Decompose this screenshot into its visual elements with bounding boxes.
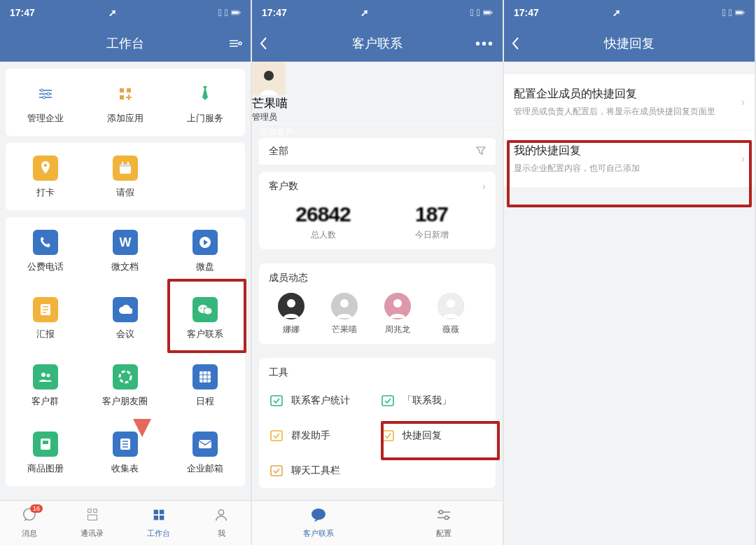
header: 客户联系 ••• bbox=[252, 25, 503, 62]
settings-row[interactable]: 我的快捷回复显示企业配置内容，也可自己添加› bbox=[504, 131, 755, 187]
tool-「联系我」[interactable]: 「联系我」 bbox=[380, 383, 486, 418]
tile-label: 微文档 bbox=[111, 261, 139, 273]
avatar[interactable] bbox=[252, 62, 286, 95]
row-desc: 显示企业配置内容，也可自己添加 bbox=[514, 163, 741, 174]
calendar-icon bbox=[113, 156, 138, 181]
tile-label: 打卡 bbox=[36, 186, 55, 199]
tool-联系客户统计[interactable]: 联系客户统计 bbox=[269, 383, 374, 418]
profile-section: 芒果喵 管理员 添加客户 bbox=[252, 62, 503, 142]
tool-聊天工具栏[interactable]: 聊天工具栏 bbox=[269, 453, 374, 488]
back-button[interactable] bbox=[511, 36, 519, 50]
svg-point-21 bbox=[41, 373, 46, 377]
svg-point-44 bbox=[287, 299, 295, 308]
tile-客户联系[interactable]: 客户联系 bbox=[165, 284, 245, 352]
nav-messages[interactable]: 16 消息 bbox=[22, 507, 37, 539]
tile-公费电话[interactable]: 公费电话 bbox=[6, 217, 85, 284]
chevron-right-icon: › bbox=[741, 153, 745, 165]
battery-icon bbox=[735, 8, 745, 17]
tool-icon bbox=[269, 428, 284, 443]
filter-bar[interactable]: 全部 bbox=[259, 138, 496, 165]
nav-me[interactable]: 我 bbox=[214, 507, 229, 539]
tile-上门服务[interactable]: 上门服务 bbox=[165, 69, 245, 136]
tool-快捷回复[interactable]: 快捷回复 bbox=[380, 418, 486, 453]
member-item[interactable]: 周兆龙 bbox=[375, 293, 420, 336]
nav-customer-contact[interactable]: 客户联系 bbox=[303, 507, 334, 539]
svg-rect-30 bbox=[88, 509, 91, 513]
svg-point-42 bbox=[264, 71, 274, 81]
cloud-icon bbox=[113, 297, 138, 322]
tile-收集表[interactable]: 收集表 bbox=[85, 419, 165, 486]
screen-quick-reply: 17:47 ➚ 􀙇 􀙈 快捷回复 配置企业成员的快捷回复管理员或负责人配置后，将… bbox=[504, 0, 755, 545]
member-item[interactable]: 芒果喵 bbox=[322, 293, 367, 336]
tile-label: 客户朋友圈 bbox=[102, 395, 148, 408]
header: 快捷回复 bbox=[504, 25, 755, 62]
member-name: 薇薇 bbox=[428, 324, 473, 336]
settings-icon[interactable] bbox=[228, 36, 242, 50]
battery-icon bbox=[483, 8, 493, 17]
svg-rect-33 bbox=[153, 510, 158, 514]
tile-客户朋友圈[interactable]: 客户朋友圈 bbox=[85, 352, 165, 419]
badge: 16 bbox=[30, 504, 43, 513]
svg-rect-24 bbox=[200, 371, 211, 382]
group-icon bbox=[33, 364, 58, 389]
tile-会议[interactable]: 会议 bbox=[85, 284, 165, 352]
plus-grid-icon bbox=[113, 81, 138, 106]
tile-label: 公费电话 bbox=[27, 261, 64, 273]
svg-point-50 bbox=[447, 299, 455, 308]
person-icon bbox=[214, 507, 229, 527]
svg-rect-8 bbox=[127, 88, 131, 92]
card-title: 成员动态 bbox=[269, 272, 308, 284]
svg-rect-55 bbox=[271, 466, 282, 476]
svg-point-37 bbox=[218, 510, 223, 515]
book-icon bbox=[33, 432, 58, 457]
svg-point-58 bbox=[444, 516, 448, 520]
back-button[interactable] bbox=[259, 36, 267, 50]
nav-label: 工作台 bbox=[147, 528, 170, 539]
signal-icon: 􀙇 bbox=[722, 7, 726, 18]
header: 工作台 bbox=[0, 25, 251, 62]
tile-日程[interactable]: 日程 bbox=[165, 352, 245, 419]
svg-rect-12 bbox=[120, 164, 131, 167]
nav-contacts[interactable]: 通讯录 bbox=[80, 507, 104, 539]
sliders-icon bbox=[33, 81, 58, 106]
app-grid: 管理企业添加应用上门服务打卡请假公费电话W微文档微盘汇报会议客户联系客户群客户朋… bbox=[0, 62, 251, 493]
svg-point-3 bbox=[239, 42, 241, 45]
svg-rect-53 bbox=[271, 431, 282, 441]
tile-打卡[interactable]: 打卡 bbox=[6, 143, 85, 210]
nav-workbench[interactable]: 工作台 bbox=[147, 507, 170, 539]
member-item[interactable]: 娜娜 bbox=[269, 293, 314, 336]
tile-微盘[interactable]: 微盘 bbox=[165, 217, 245, 284]
status-bar: 17:47 ➚ 􀙇 􀙈 bbox=[252, 0, 503, 25]
customer-count-card[interactable]: 客户数 › 26842 总人数 187 今日新增 bbox=[259, 172, 496, 249]
tile-请假[interactable]: 请假 bbox=[85, 143, 165, 210]
settings-row[interactable]: 配置企业成员的快捷回复管理员或负责人配置后，将显示在成员快捷回复页面里› bbox=[504, 74, 755, 130]
tile-商品图册[interactable]: 商品图册 bbox=[6, 419, 85, 486]
row-title: 我的快捷回复 bbox=[514, 144, 741, 158]
more-icon[interactable]: ••• bbox=[475, 36, 494, 52]
tile-微文档[interactable]: W微文档 bbox=[85, 217, 165, 284]
tile-label: 请假 bbox=[116, 186, 134, 199]
member-item[interactable]: 薇薇 bbox=[428, 293, 473, 336]
svg-point-48 bbox=[393, 299, 402, 308]
status-bar: 17:47 ➚ 􀙇 􀙈 bbox=[504, 0, 755, 25]
tile-企业邮箱[interactable]: 企业邮箱 bbox=[165, 419, 245, 486]
svg-point-22 bbox=[46, 374, 50, 378]
signal-icon: 􀙇 bbox=[470, 7, 474, 18]
page-title: 客户联系 bbox=[352, 35, 402, 52]
member-name: 娜娜 bbox=[269, 324, 314, 336]
tile-客户群[interactable]: 客户群 bbox=[6, 352, 85, 419]
tool-群发助手[interactable]: 群发助手 bbox=[269, 418, 374, 453]
svg-rect-28 bbox=[199, 440, 211, 448]
svg-point-20 bbox=[204, 308, 205, 309]
tool-label: 「联系我」 bbox=[402, 394, 451, 407]
status-time-arrow: ➚ bbox=[108, 7, 117, 18]
nav-label: 消息 bbox=[22, 528, 37, 539]
w-icon: W bbox=[113, 230, 138, 255]
funnel-icon[interactable] bbox=[476, 146, 486, 158]
screen-workbench: 17:47 ➚ 􀙇 􀙈 工作台 管理企业添加应用上门服务打卡请假公费电话W微文档… bbox=[0, 0, 251, 545]
tile-管理企业[interactable]: 管理企业 bbox=[6, 69, 85, 136]
tile-label: 商品图册 bbox=[27, 462, 64, 475]
tile-汇报[interactable]: 汇报 bbox=[6, 284, 85, 352]
nav-config[interactable]: 配置 bbox=[435, 507, 452, 539]
tile-添加应用[interactable]: 添加应用 bbox=[85, 69, 165, 136]
